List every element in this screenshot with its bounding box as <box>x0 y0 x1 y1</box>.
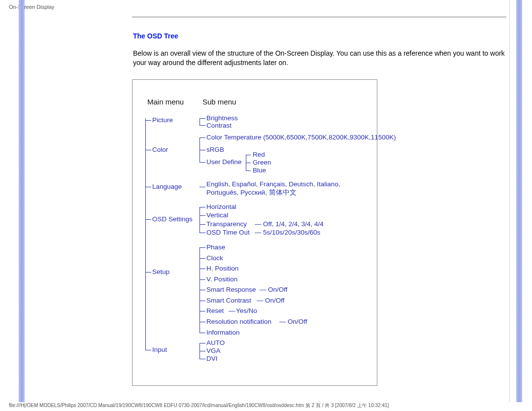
tree-line <box>200 258 205 259</box>
tree-line <box>145 219 151 220</box>
main-input: Input <box>152 346 167 353</box>
tree-line <box>200 125 205 126</box>
dash-icon: — <box>255 220 262 228</box>
col-sub-menu: Sub menu <box>202 98 236 106</box>
dash-icon: — <box>260 286 266 293</box>
tree-line <box>200 290 205 290</box>
sub-trans: Transparency <box>206 220 247 228</box>
page-header: On-Screen Display <box>9 4 54 10</box>
sub-sresp: Smart Response <box>206 286 256 293</box>
tree-line <box>200 279 205 280</box>
tree-line <box>246 171 251 171</box>
tree-line <box>200 322 205 322</box>
dash-icon: — <box>257 297 264 304</box>
sub-resnot: Resolution notification <box>206 318 271 325</box>
sub-scont: Smart Contrast <box>206 297 251 304</box>
tree-line <box>200 162 205 163</box>
main-picture: Picture <box>152 116 173 124</box>
tree-line <box>200 118 200 125</box>
col-main-menu: Main menu <box>147 98 184 106</box>
sub-scont-v: On/Off <box>265 297 285 304</box>
sub-resnot-v: On/Off <box>288 318 307 325</box>
tree-line <box>246 163 251 163</box>
footer-path: file:///H|/OEM MODELS/Philips 2007/CD Ma… <box>9 402 389 409</box>
tree-line <box>200 343 205 343</box>
rgb-green: Green <box>253 159 271 166</box>
tree-line <box>200 351 205 351</box>
top-rule <box>132 17 506 17</box>
tree-line <box>200 233 205 233</box>
tree-line <box>145 187 151 187</box>
tree-line <box>200 150 205 150</box>
tree-line <box>200 207 200 233</box>
dash-icon: — <box>229 307 235 314</box>
main-language: Language <box>152 183 182 190</box>
tree-line <box>145 272 151 273</box>
tree-line <box>200 187 205 187</box>
main-osd-settings: OSD Settings <box>152 215 193 223</box>
tree-line <box>200 269 205 269</box>
tree-line <box>200 359 205 359</box>
section-title: The OSD Tree <box>133 32 510 40</box>
sub-vga: VGA <box>206 347 221 354</box>
tree-line <box>200 118 205 119</box>
sub-clock: Clock <box>206 254 223 262</box>
sub-color-temp: Color Temperature (5000K,6500K,7500K,820… <box>206 134 396 141</box>
osd-tree-diagram: Main menu Sub menu Picture Brightness Co… <box>132 79 377 386</box>
tree-line <box>145 150 151 150</box>
sub-contrast: Contrast <box>206 122 232 129</box>
left-decor-bar <box>19 0 25 402</box>
tree-line <box>200 301 205 301</box>
sub-sresp-v: On/Off <box>268 286 288 293</box>
tree-line <box>246 155 251 155</box>
right-decor-bar <box>516 0 522 402</box>
sub-info: Information <box>206 329 240 336</box>
tree-line <box>145 350 151 350</box>
sub-timeout-v: 5s/10s/20s/30s/60s <box>263 229 320 236</box>
main-color: Color <box>152 146 168 153</box>
tree-line <box>200 207 205 207</box>
sub-vert: Vertical <box>206 211 228 219</box>
main-setup: Setup <box>152 268 169 275</box>
tree-line <box>200 137 205 138</box>
sub-auto: AUTO <box>206 339 225 346</box>
intro-text: Below is an overall view of the structur… <box>133 49 509 68</box>
dash-icon: — <box>255 229 262 236</box>
sub-reset-v: Yes/No <box>236 307 257 314</box>
sub-reset: Reset <box>206 307 224 314</box>
sub-brightness: Brightness <box>206 114 238 122</box>
tree-line <box>200 333 205 333</box>
tree-line <box>200 215 205 216</box>
sub-languages: English, Español, Français, Deutsch, Ita… <box>206 180 369 197</box>
tree-line <box>200 311 205 311</box>
sub-trans-v: Off, 1/4, 2/4, 3/4, 4/4 <box>263 220 324 228</box>
sub-timeout: OSD Time Out <box>206 229 250 236</box>
sub-horiz: Horizontal <box>206 203 236 210</box>
sub-user-define: User Define <box>206 158 241 166</box>
sub-dvi: DVI <box>206 355 218 362</box>
rgb-red: Red <box>253 151 265 158</box>
sub-vpos: V. Position <box>206 275 237 283</box>
sub-phase: Phase <box>206 243 225 251</box>
tree-line <box>200 247 205 248</box>
tree-line <box>145 118 146 350</box>
content-area: The OSD Tree Below is an overall view of… <box>132 17 510 386</box>
sub-srgb: sRGB <box>206 146 224 153</box>
tree-line <box>145 120 151 121</box>
dash-icon: — <box>279 318 286 325</box>
tree-line <box>200 224 205 225</box>
sub-hpos: H. Position <box>206 265 238 272</box>
rgb-blue: Blue <box>253 167 266 174</box>
